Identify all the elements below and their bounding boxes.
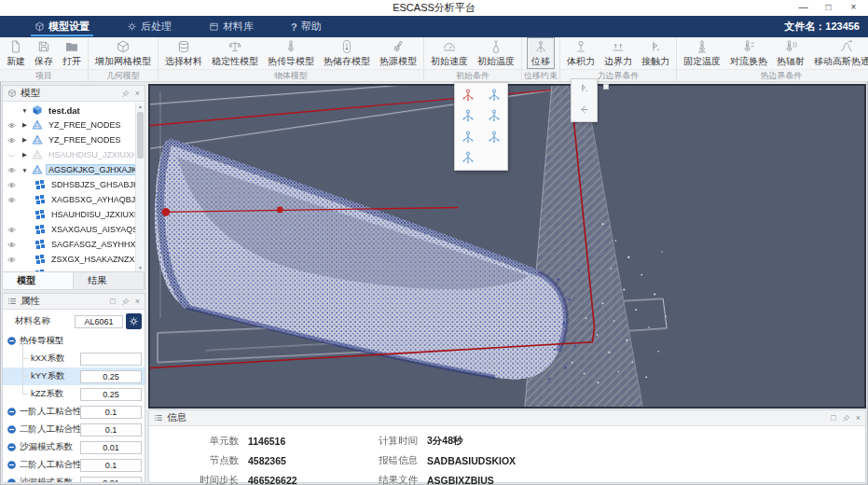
- toolbar-button-save[interactable]: 保存: [30, 37, 58, 69]
- minimize-icon[interactable]: —: [791, 0, 816, 16]
- property-value-input[interactable]: 0.25: [80, 388, 142, 401]
- info-value: 1146516: [248, 436, 285, 447]
- menu-item-post-process[interactable]: 后处理: [120, 16, 178, 37]
- collapse-circle-icon[interactable]: [7, 478, 17, 482]
- constraint-x-option[interactable]: [484, 86, 504, 104]
- tree-item[interactable]: HSAUHDISU_JZXIUXHAHX: [3, 207, 135, 222]
- toolbar-button-fixed-temperature[interactable]: 固定温度: [679, 37, 725, 69]
- tree-item[interactable]: ▼test.dat: [3, 103, 135, 118]
- collapse-arrow-icon[interactable]: ▼: [21, 107, 29, 114]
- expand-arrow-icon[interactable]: ▶: [21, 151, 29, 159]
- toolbar-button-displacement[interactable]: 位移: [527, 37, 555, 69]
- toolbar-button-heat-storage[interactable]: 热储存模型: [319, 37, 375, 69]
- scroll-up-icon[interactable]: ▲: [136, 104, 145, 109]
- maximize-icon[interactable]: □: [816, 0, 841, 16]
- tree-item[interactable]: ▶YZ_FREE_NODES: [3, 118, 135, 132]
- property-value-input[interactable]: 0.1: [80, 459, 142, 472]
- visibility-toggle[interactable]: [6, 256, 18, 264]
- scroll-down-icon[interactable]: ▼: [136, 265, 145, 270]
- expand-arrow-icon[interactable]: ▶: [21, 136, 29, 144]
- toolbar-button-convection[interactable]: 对流换热: [725, 37, 772, 69]
- pin-icon[interactable]: [121, 298, 130, 306]
- visibility-toggle[interactable]: [6, 151, 18, 159]
- menu-item-help[interactable]: ?帮助: [284, 16, 328, 37]
- visibility-toggle[interactable]: [6, 226, 18, 234]
- panel-maximize-icon[interactable]: □: [831, 413, 835, 423]
- contact-arrow-option[interactable]: [578, 103, 590, 119]
- property-value-input[interactable]: 0.25: [80, 370, 142, 383]
- constraint-xz-option[interactable]: [458, 148, 478, 167]
- visibility-toggle[interactable]: [6, 241, 18, 249]
- tree-item[interactable]: XSAXGAUS_AISYAQSH_ASHX: [3, 222, 135, 237]
- constraint-z-option[interactable]: [484, 106, 504, 125]
- menu-item-material-library[interactable]: 材料库: [202, 16, 260, 37]
- expand-arrow-icon[interactable]: ▶: [21, 121, 29, 129]
- scroll-thumb[interactable]: [137, 112, 144, 159]
- toolbar-button-stability-model[interactable]: 稳定性模型: [207, 37, 263, 69]
- toolbar-button-boundary-force[interactable]: 边界力: [599, 37, 637, 69]
- visibility-toggle[interactable]: [6, 121, 18, 130]
- toolbar-button-gauss-flux[interactable]: 移动高斯热通量: [809, 37, 868, 69]
- collapse-arrow-icon[interactable]: ▼: [21, 167, 29, 173]
- panel-close-icon[interactable]: ×: [135, 297, 140, 306]
- tree-item[interactable]: ▼AGSGKJKG_GJHXAJKHXA: [3, 162, 135, 177]
- tab-model[interactable]: 模型: [3, 272, 74, 289]
- properties-panel-header: 属性 □×: [3, 294, 145, 310]
- heat-source-icon: [391, 39, 406, 54]
- property-value-input[interactable]: 0.1: [80, 406, 142, 419]
- visibility-toggle[interactable]: [6, 136, 18, 145]
- toolbar-button-heat-conduction[interactable]: 热传导模型: [263, 37, 319, 69]
- collapse-circle-icon[interactable]: [7, 442, 17, 452]
- tree-scrollbar[interactable]: ▲ ▼: [135, 103, 145, 271]
- toolbar-button-new-file[interactable]: 新建: [2, 37, 30, 69]
- tab-result[interactable]: 结果: [74, 272, 145, 289]
- tree-item[interactable]: ▶HSAUHDISU_JZXIUXHAHX: [3, 147, 135, 162]
- panel-maximize-icon[interactable]: □: [110, 297, 115, 306]
- dropdown-detach-handle[interactable]: [603, 84, 609, 90]
- toolbar-button-radiation[interactable]: 热辐射: [772, 37, 809, 69]
- tree-item[interactable]: XAGBSXG_AYHAQBJ: [3, 192, 135, 207]
- property-value-input[interactable]: [80, 353, 142, 366]
- visibility-toggle[interactable]: [6, 166, 18, 174]
- constraint-yz-option[interactable]: [484, 128, 504, 146]
- collapse-circle-icon[interactable]: [7, 424, 17, 435]
- toolbar-button-contact-force[interactable]: 接触力: [637, 37, 674, 69]
- tree-item[interactable]: SDHSBJZS_GHSABJHB_ZAHU: [3, 177, 135, 192]
- pin-icon[interactable]: [121, 90, 130, 98]
- info-value: ASGBIXZBIUS: [427, 475, 494, 485]
- property-value-input[interactable]: 0.1: [80, 423, 142, 436]
- panel-close-icon[interactable]: ×: [856, 413, 861, 423]
- constraint-y-option[interactable]: [458, 106, 478, 125]
- toolbar-button-open-folder[interactable]: 打开: [58, 37, 86, 69]
- toolbar-button-heat-source[interactable]: 热源模型: [375, 37, 421, 69]
- property-value-input[interactable]: 0.01: [80, 441, 142, 454]
- tree-item[interactable]: ▶YZ_FREE_NODES: [3, 132, 135, 147]
- property-value-input[interactable]: 0.01: [80, 477, 142, 483]
- collapse-circle-icon[interactable]: [7, 460, 17, 470]
- visibility-toggle[interactable]: [6, 196, 18, 204]
- tree-item[interactable]: ZSXGX_HSAKAZNZXK_AHASX: [3, 252, 135, 267]
- close-icon[interactable]: ×: [841, 0, 866, 16]
- menu-item-label: 材料库: [223, 20, 254, 34]
- tree-item[interactable]: SAGFASGZ_ASYHHXSN: [3, 237, 135, 252]
- info-list-icon: [154, 413, 163, 423]
- property-value-input[interactable]: AL6061: [75, 315, 123, 328]
- toolbar-button-label: 初始温度: [477, 55, 515, 68]
- material-settings-button[interactable]: [126, 313, 142, 329]
- property-row: 二阶人工粘合性0.1: [3, 421, 145, 438]
- toolbar-button-initial-velocity[interactable]: 初始速度: [426, 37, 473, 69]
- collapse-circle-icon[interactable]: [7, 336, 17, 346]
- collapse-circle-icon[interactable]: [7, 407, 17, 417]
- toolbar-button-select-material[interactable]: 选择材料: [160, 37, 207, 69]
- toolbar-button-initial-temperature[interactable]: 初始温度: [473, 37, 519, 69]
- toolbar-button-label: 热源模型: [379, 55, 417, 68]
- toolbar-button-body-force[interactable]: 体积力: [562, 37, 599, 69]
- menu-item-model-settings[interactable]: 模型设置: [28, 16, 96, 37]
- pin-icon[interactable]: [842, 414, 850, 423]
- toolbar-button-add-mesh[interactable]: 增加网格模型: [90, 37, 156, 69]
- panel-close-icon[interactable]: ×: [135, 89, 140, 98]
- constraint-fix-all-option[interactable]: [458, 86, 478, 104]
- constraint-xy-option[interactable]: [458, 128, 478, 146]
- contact-force-option[interactable]: [578, 81, 590, 98]
- visibility-toggle[interactable]: [6, 181, 18, 189]
